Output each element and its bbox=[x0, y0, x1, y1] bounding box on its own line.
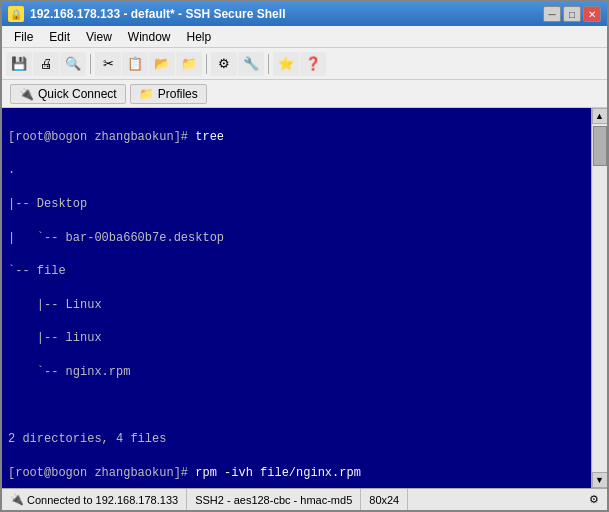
terminal-area[interactable]: [root@bogon zhangbaokun]# tree . |-- Des… bbox=[2, 108, 591, 488]
menu-bar: File Edit View Window Help bbox=[2, 26, 607, 48]
quick-connect-icon: 🔌 bbox=[19, 87, 34, 101]
term-line-7: |-- linux bbox=[8, 330, 585, 347]
toolbar-separator-1 bbox=[90, 54, 91, 74]
find-button[interactable]: 🔍 bbox=[60, 52, 86, 76]
status-bar: 🔌 Connected to 192.168.178.133 SSH2 - ae… bbox=[2, 488, 607, 510]
settings-icon: ⚙ bbox=[589, 493, 599, 506]
profiles-icon: 📁 bbox=[139, 87, 154, 101]
term-line-3: |-- Desktop bbox=[8, 196, 585, 213]
cut-button[interactable]: ✂ bbox=[95, 52, 121, 76]
toolbar2: 🔌 Quick Connect 📁 Profiles bbox=[2, 80, 607, 108]
settings-status[interactable]: ⚙ bbox=[581, 489, 607, 510]
toolbar: 💾 🖨 🔍 ✂ 📋 📂 📁 ⚙ 🔧 ⭐ ❓ bbox=[2, 48, 607, 80]
toolbar-separator-3 bbox=[268, 54, 269, 74]
new-button[interactable]: 💾 bbox=[6, 52, 32, 76]
menu-help[interactable]: Help bbox=[179, 28, 220, 45]
settings2-button[interactable]: 🔧 bbox=[238, 52, 264, 76]
size-status: 80x24 bbox=[361, 489, 408, 510]
term-line-11: [root@bogon zhangbaokun]# rpm -ivh file/… bbox=[8, 465, 585, 482]
settings1-button[interactable]: ⚙ bbox=[211, 52, 237, 76]
title-bar: 🔒 192.168.178.133 - default* - SSH Secur… bbox=[2, 2, 607, 26]
scroll-down-button[interactable]: ▼ bbox=[592, 472, 608, 488]
print-button[interactable]: 🖨 bbox=[33, 52, 59, 76]
menu-view[interactable]: View bbox=[78, 28, 120, 45]
scroll-thumb[interactable] bbox=[593, 126, 607, 166]
connection-icon: 🔌 bbox=[10, 493, 24, 506]
menu-edit[interactable]: Edit bbox=[41, 28, 78, 45]
connection-status: 🔌 Connected to 192.168.178.133 bbox=[2, 489, 187, 510]
profiles-button[interactable]: 📁 Profiles bbox=[130, 84, 207, 104]
star-button[interactable]: ⭐ bbox=[273, 52, 299, 76]
maximize-button[interactable]: □ bbox=[563, 6, 581, 22]
window-title: 192.168.178.133 - default* - SSH Secure … bbox=[30, 7, 285, 21]
terminal-content: [root@bogon zhangbaokun]# tree . |-- Des… bbox=[8, 112, 585, 484]
toolbar-separator-2 bbox=[206, 54, 207, 74]
vertical-scrollbar[interactable]: ▲ ▼ bbox=[591, 108, 607, 488]
open-button[interactable]: 📂 bbox=[149, 52, 175, 76]
close-button[interactable]: ✕ bbox=[583, 6, 601, 22]
quick-connect-label: Quick Connect bbox=[38, 87, 117, 101]
size-text: 80x24 bbox=[369, 494, 399, 506]
term-line-1: [root@bogon zhangbaokun]# tree bbox=[8, 129, 585, 146]
quick-connect-button[interactable]: 🔌 Quick Connect bbox=[10, 84, 126, 104]
help-button[interactable]: ❓ bbox=[300, 52, 326, 76]
scroll-track[interactable] bbox=[593, 124, 607, 472]
main-window: 🔒 192.168.178.133 - default* - SSH Secur… bbox=[0, 0, 609, 512]
minimize-button[interactable]: ─ bbox=[543, 6, 561, 22]
term-line-4: | `-- bar-00ba660b7e.desktop bbox=[8, 230, 585, 247]
term-line-9 bbox=[8, 398, 585, 415]
menu-window[interactable]: Window bbox=[120, 28, 179, 45]
term-line-5: `-- file bbox=[8, 263, 585, 280]
connection-text: Connected to 192.168.178.133 bbox=[27, 494, 178, 506]
term-line-8: `-- nginx.rpm bbox=[8, 364, 585, 381]
window-controls: ─ □ ✕ bbox=[543, 6, 601, 22]
terminal-container: [root@bogon zhangbaokun]# tree . |-- Des… bbox=[2, 108, 607, 488]
app-icon: 🔒 bbox=[8, 6, 24, 22]
copy-button[interactable]: 📋 bbox=[122, 52, 148, 76]
menu-file[interactable]: File bbox=[6, 28, 41, 45]
browse-button[interactable]: 📁 bbox=[176, 52, 202, 76]
scroll-up-button[interactable]: ▲ bbox=[592, 108, 608, 124]
encryption-text: SSH2 - aes128-cbc - hmac-md5 bbox=[195, 494, 352, 506]
term-line-6: |-- Linux bbox=[8, 297, 585, 314]
term-line-10: 2 directories, 4 files bbox=[8, 431, 585, 448]
term-line-2: . bbox=[8, 162, 585, 179]
profiles-label: Profiles bbox=[158, 87, 198, 101]
encryption-status: SSH2 - aes128-cbc - hmac-md5 bbox=[187, 489, 361, 510]
title-bar-left: 🔒 192.168.178.133 - default* - SSH Secur… bbox=[8, 6, 285, 22]
